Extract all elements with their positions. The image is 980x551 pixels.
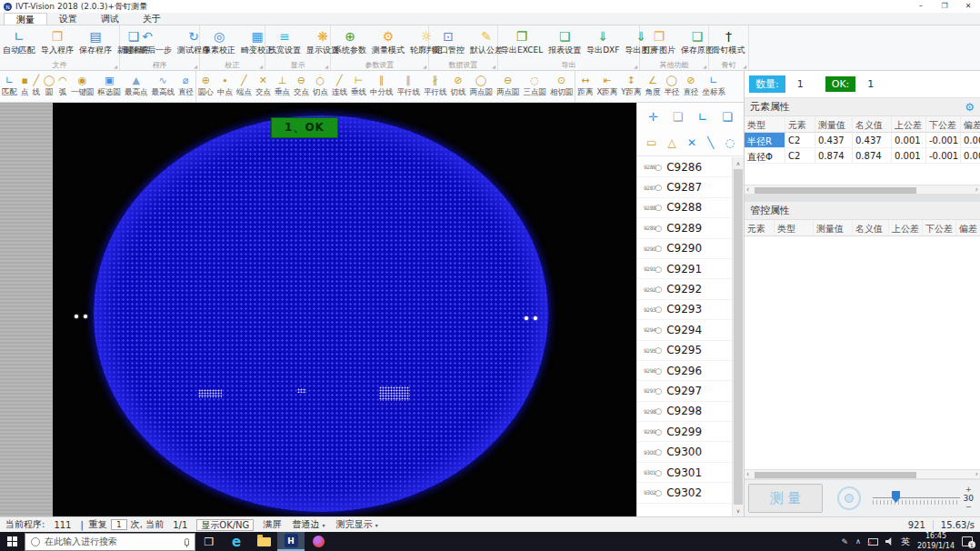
ribbon-button-delete-last-step[interactable]: ↶删除最后一步 xyxy=(120,25,175,59)
tool-highest-point[interactable]: ▲最高点 xyxy=(123,71,150,102)
action-center-icon[interactable]: 1 xyxy=(962,536,973,546)
ruler-icon[interactable]: ▭ xyxy=(646,136,656,149)
tool-intersection[interactable]: ✕交点 xyxy=(254,71,273,102)
ivt-vision-app-button[interactable]: H xyxy=(277,532,305,551)
group-launcher-icon[interactable]: ◢ xyxy=(114,64,117,69)
start-button[interactable] xyxy=(0,532,25,551)
element-props-hscrollbar[interactable]: ‹ › xyxy=(745,185,980,195)
ribbon-button-open-image[interactable]: ❐打开图片 xyxy=(640,25,678,59)
tray-expand-icon[interactable]: ∧ xyxy=(855,537,861,546)
list-item[interactable]: 9302○C9302 xyxy=(637,483,732,503)
list-item[interactable]: 9299○C9299 xyxy=(637,422,732,442)
list-item[interactable]: 9294○C9294 xyxy=(637,320,732,340)
coordinate-icon[interactable]: ∟ xyxy=(697,110,707,124)
target-icon[interactable] xyxy=(837,486,861,510)
spinner-plus-button[interactable]: + xyxy=(964,486,974,494)
group-launcher-icon[interactable]: ◢ xyxy=(703,64,706,69)
copy-layers-icon[interactable]: ❏ xyxy=(722,110,733,124)
tool-diameter[interactable]: ⌀直径 xyxy=(176,71,195,102)
close-button[interactable]: ✕ xyxy=(956,0,980,13)
ribbon-button-import-program[interactable]: ❐导入程序 xyxy=(38,25,76,59)
column-header[interactable]: 元素 xyxy=(785,116,815,132)
group-launcher-icon[interactable]: ◢ xyxy=(259,64,263,69)
repeat-count-input[interactable]: 1 xyxy=(111,519,127,530)
control-props-hscrollbar[interactable]: ‹ › xyxy=(745,469,980,479)
threshold-slider[interactable] xyxy=(873,488,960,508)
tool-match[interactable]: ∟匹配 xyxy=(0,71,19,102)
tab-debug[interactable]: 调试 xyxy=(89,13,131,25)
tool-line[interactable]: ╱线 xyxy=(31,71,43,102)
list-item[interactable]: 9298○C9298 xyxy=(637,402,732,422)
ime-indicator[interactable]: 英 xyxy=(901,536,910,548)
column-header[interactable]: 偏差 xyxy=(961,116,980,132)
group-launcher-icon[interactable]: ◢ xyxy=(743,64,746,69)
column-header[interactable]: 类型 xyxy=(745,116,785,132)
tool-endpoint[interactable]: ╱端点 xyxy=(235,71,254,102)
hscrollbar-thumb[interactable] xyxy=(755,187,916,194)
tool-highest-line[interactable]: ∿最高线 xyxy=(149,71,176,102)
scroll-down-icon[interactable]: ∨ xyxy=(733,505,744,516)
tool-arc[interactable]: ◠弧 xyxy=(56,71,69,102)
tool-coordinate-system[interactable]: ∟坐标系 xyxy=(700,71,727,102)
hscrollbar-thumb[interactable] xyxy=(755,472,916,478)
tool-three-point-circle[interactable]: ◌三点圆 xyxy=(521,71,548,102)
column-header[interactable]: 下公差 xyxy=(923,220,956,235)
tool-connect-line[interactable]: ╱连线 xyxy=(330,71,349,102)
scrollbar-thumb[interactable] xyxy=(734,169,743,505)
tool-circle[interactable]: ◯圆 xyxy=(42,71,56,102)
ribbon-button-measure-mode[interactable]: ⚙测量模式 xyxy=(369,25,407,59)
edge-mode-dropdown[interactable]: 普通边 ▾ xyxy=(292,518,325,531)
list-item[interactable]: 9290○C9290 xyxy=(637,239,732,259)
tool-tangent-point[interactable]: ○切点 xyxy=(311,71,330,102)
group-launcher-icon[interactable]: ◢ xyxy=(634,64,637,69)
tool-radius[interactable]: ◯半径 xyxy=(662,71,681,102)
tool-angle[interactable]: ∠角度 xyxy=(643,71,662,102)
scroll-right-icon[interactable]: › xyxy=(975,185,978,195)
column-header[interactable]: 上公差 xyxy=(892,116,926,132)
maximize-button[interactable]: ❐ xyxy=(933,0,956,13)
list-scrollbar[interactable]: ∧ ∨ xyxy=(732,157,744,516)
column-header[interactable]: 元素 xyxy=(745,220,775,235)
camera-viewport[interactable]: 1、OK xyxy=(0,103,636,516)
list-item[interactable]: 9295○C9295 xyxy=(637,341,732,361)
measure-button[interactable]: 测量 xyxy=(748,484,823,513)
group-launcher-icon[interactable]: ◢ xyxy=(194,64,197,69)
tool-parallel-line[interactable]: ∥平行线 xyxy=(395,71,422,102)
column-header[interactable]: 测量值 xyxy=(815,116,853,132)
layers-icon[interactable]: ❏ xyxy=(673,110,684,124)
group-launcher-icon[interactable]: ◢ xyxy=(325,64,328,69)
tool-two-point-circle[interactable]: ◯两点圆 xyxy=(467,71,495,102)
ribbon-button-export-dxf[interactable]: ⇓导出DXF xyxy=(584,25,622,59)
tool-one-key-circle[interactable]: ◉一键圆 xyxy=(69,71,96,102)
tool-line-circle-intersection[interactable]: ⊖交点 xyxy=(292,71,311,102)
scroll-left-icon[interactable]: ‹ xyxy=(746,470,749,479)
group-launcher-icon[interactable]: ◢ xyxy=(492,64,495,69)
file-explorer-button[interactable] xyxy=(250,532,277,551)
gear-icon[interactable]: ⚙ xyxy=(965,101,975,114)
speaker-icon[interactable] xyxy=(885,537,894,546)
ribbon-button-report-settings[interactable]: ❏报表设置 xyxy=(545,25,584,59)
list-item[interactable]: 9292○C9292 xyxy=(637,279,732,299)
after-measure-dropdown[interactable]: 测完显示 ▾ xyxy=(336,518,378,531)
ribbon-button-auto-match[interactable]: ∟自动匹配 xyxy=(0,25,38,59)
tab-measure[interactable]: 测量 xyxy=(4,13,47,25)
column-header[interactable]: 下公差 xyxy=(926,116,961,132)
column-header[interactable]: 测量值 xyxy=(814,220,853,235)
ribbon-button-line-width-settings[interactable]: ≡线宽设置 xyxy=(265,25,304,59)
column-header[interactable]: 偏差 xyxy=(956,220,980,235)
tool-x-distance[interactable]: ⇤X距离 xyxy=(595,71,619,102)
ribbon-button-bone-screw-mode[interactable]: †骨钉模式 xyxy=(709,25,748,59)
tool-bisector-line[interactable]: ∥中分线 xyxy=(368,71,395,102)
fullscreen-button[interactable]: 满屏 xyxy=(263,518,281,531)
list-item[interactable]: 9287○C9287 xyxy=(637,177,732,197)
column-header[interactable]: 上公差 xyxy=(889,220,923,235)
tool-tangent-circle[interactable]: ⊙相切圆 xyxy=(548,71,575,102)
column-header[interactable]: 类型 xyxy=(775,220,814,235)
tool-box-select-circle[interactable]: ▣框选圆 xyxy=(95,71,123,102)
tool-y-distance[interactable]: ↕Y距离 xyxy=(619,71,643,102)
tool-two-point-circle-2[interactable]: ⊖两点圆 xyxy=(495,71,522,102)
scroll-up-icon[interactable]: ∧ xyxy=(733,157,744,169)
list-item[interactable]: 9289○C9289 xyxy=(637,218,732,238)
delete-icon[interactable]: ✕ xyxy=(687,136,696,149)
circle-tool-icon[interactable]: ◌ xyxy=(725,136,734,149)
